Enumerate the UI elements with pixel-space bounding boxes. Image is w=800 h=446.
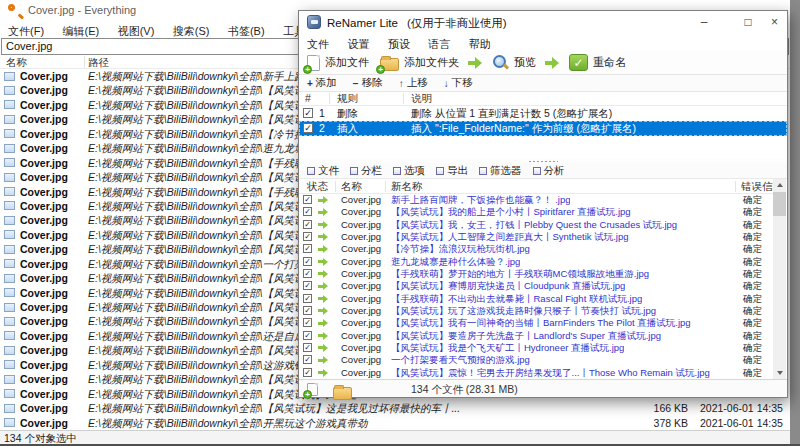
file-name: Cover.jpg xyxy=(20,229,68,241)
image-file-icon xyxy=(4,230,15,239)
file-preview-row[interactable]: ✓ Cover.jpg 【风笑试玩】赛博朋克快递员丨Cloudpunk 直播试玩… xyxy=(299,280,773,292)
file-old-name: Cover.jpg xyxy=(341,219,381,230)
file-preview-row[interactable]: ✓ Cover.jpg 【冷节操】流浪汉玩枪玩街机.jpg 确定 xyxy=(299,243,773,255)
file-date-modified: 2021-06-01 14:35 xyxy=(700,417,783,429)
file-checkbox[interactable]: ✓ xyxy=(303,306,312,315)
rules-col-num[interactable]: # xyxy=(305,92,311,104)
green-plus-icon xyxy=(376,65,385,74)
everything-app-icon xyxy=(8,4,15,11)
files-toolbar-button[interactable]: 导出 xyxy=(436,164,468,178)
renamer-window: ReNamer Lite(仅用于非商业使用) – □ × 文件 设置 预设 语言… xyxy=(298,10,788,398)
file-preview-row[interactable]: ✓ Cover.jpg 【风笑试玩】我的船上是个小村丨Spiritfarer 直… xyxy=(299,206,773,218)
rule-add-button[interactable]: +添加 xyxy=(307,76,337,90)
file-row[interactable]: Cover.jpg E:\视频网站下载\BiliBili\downkyi\全部\… xyxy=(0,416,790,430)
renamer-title-main: ReNamer Lite xyxy=(327,17,398,29)
files-toolbar-button[interactable]: 文件 xyxy=(307,164,339,178)
scroll-down-icon[interactable] xyxy=(773,367,786,379)
file-old-name: Cover.jpg xyxy=(341,268,381,279)
column-separator xyxy=(385,181,386,192)
file-name: Cover.jpg xyxy=(20,272,68,284)
rule-move-up-button[interactable]: ↑上移 xyxy=(399,76,428,90)
file-preview-row[interactable]: ✓ Cover.jpg 【手残联萌】不出动出去就暴毙丨Rascal Fight … xyxy=(299,293,773,305)
scroll-up-icon[interactable] xyxy=(773,179,786,191)
rule-remove-button[interactable]: −移除 xyxy=(353,76,383,90)
rules-col-desc[interactable]: 说明 xyxy=(411,92,432,106)
image-file-icon xyxy=(4,274,15,283)
files-col-new-name[interactable]: 新名称 xyxy=(391,180,423,194)
file-preview-row[interactable]: ✓ Cover.jpg 【风笑试玩】震惊！宅男去开房结果发现了...丨Those… xyxy=(299,367,773,379)
file-checkbox[interactable]: ✓ xyxy=(303,294,312,303)
file-checkbox[interactable]: ✓ xyxy=(303,257,312,266)
file-status: 确定 xyxy=(743,256,762,269)
file-name: Cover.jpg xyxy=(20,373,68,385)
file-old-name: Cover.jpg xyxy=(341,293,381,304)
rule-checkbox[interactable]: ✓ xyxy=(303,123,313,133)
magnifier-icon xyxy=(492,54,509,71)
renamer-titlebar[interactable]: ReNamer Lite(仅用于非商业使用) – □ × xyxy=(299,11,787,34)
minimize-button[interactable]: – xyxy=(687,11,721,34)
file-preview-row[interactable]: ✓ Cover.jpg 【风笑试玩】我有一间神奇的当铺丨BarnFinders … xyxy=(299,317,773,329)
files-toolbar-button[interactable]: 选项 xyxy=(393,164,425,178)
files-scrollbar[interactable] xyxy=(773,179,786,379)
file-name: Cover.jpg xyxy=(20,84,68,96)
file-checkbox[interactable]: ✓ xyxy=(303,368,312,377)
column-separator xyxy=(403,93,404,104)
file-preview-row[interactable]: ✓ Cover.jpg 【风笑试玩】玩了这游戏我走路时像只猴子丨节奏快打 试玩.… xyxy=(299,305,773,317)
file-checkbox[interactable]: ✓ xyxy=(303,220,312,229)
rule-checkbox[interactable]: ✓ xyxy=(303,108,313,118)
file-row[interactable]: Cover.jpg E:\视频网站下载\BiliBili\downkyi\全部\… xyxy=(0,401,790,415)
files-toolbar-icon xyxy=(350,167,358,175)
file-checkbox[interactable]: ✓ xyxy=(303,244,312,253)
file-preview-row[interactable]: ✓ Cover.jpg 【手残联萌】梦开始的地方丨手残联萌MC领域服故地重游.j… xyxy=(299,268,773,280)
file-checkbox[interactable]: ✓ xyxy=(303,232,312,241)
add-files-button[interactable]: 添加文件 xyxy=(305,54,371,72)
add-folders-button[interactable]: 添加文件夹 xyxy=(378,54,461,72)
green-arrow-icon xyxy=(318,307,330,315)
rules-col-rule[interactable]: 规则 xyxy=(337,92,358,106)
files-toolbar-button[interactable]: 分析 xyxy=(533,164,565,178)
file-checkbox[interactable]: ✓ xyxy=(303,318,312,327)
file-preview-row[interactable]: ✓ Cover.jpg 【风笑试玩】我是个飞天矿工丨Hydroneer 直播试玩… xyxy=(299,342,773,354)
file-checkbox[interactable]: ✓ xyxy=(303,281,312,290)
file-preview-row[interactable]: ✓ Cover.jpg 【风笑试玩】人工智障之间差距真大丨Synthetik 试… xyxy=(299,231,773,243)
files-col-name[interactable]: 名称 xyxy=(341,180,362,194)
file-new-name: 【风笑试玩】我是个飞天矿工丨Hydroneer 直播试玩.jpg xyxy=(391,342,624,355)
scrollbar-thumb[interactable] xyxy=(773,192,786,216)
file-new-name: 逛九龙城寨是种什么体验？.jpg xyxy=(391,256,520,269)
file-preview-row[interactable]: ✓ Cover.jpg 新手上路百闻牌，下饭操作也能赢？！ .jpg 确定 xyxy=(299,194,773,206)
rule-row[interactable]: ✓ 1 删除 删除 从位置 1 直到满足计数 5 (忽略扩展名) xyxy=(299,106,787,121)
preview-button[interactable]: 预览 xyxy=(490,53,538,72)
file-status: 确定 xyxy=(743,367,762,379)
files-toolbar-button[interactable]: 筛选器 xyxy=(479,164,522,178)
rename-button[interactable]: 重命名 xyxy=(567,53,628,72)
everything-statusbar: 134 个对象选中 xyxy=(0,430,790,444)
file-preview-row[interactable]: ✓ Cover.jpg 【风笑试玩】要造房子先洗盘子丨Landlord's Su… xyxy=(299,330,773,342)
file-checkbox[interactable]: ✓ xyxy=(303,195,312,204)
files-col-state[interactable]: 状态 xyxy=(307,180,328,194)
file-checkbox[interactable]: ✓ xyxy=(303,269,312,278)
rule-row[interactable]: ✓ 2 插入 插入 ":File_FolderName:" 作为前缀 (忽略扩展… xyxy=(299,121,787,136)
file-preview-row[interactable]: ✓ Cover.jpg 一个打架要看天气预报的游戏.jpg 确定 xyxy=(299,354,773,366)
file-checkbox[interactable]: ✓ xyxy=(303,355,312,364)
column-separator[interactable] xyxy=(84,56,85,68)
green-arrow-icon xyxy=(318,233,330,241)
image-file-icon xyxy=(4,158,15,167)
column-header-path[interactable]: 路径 xyxy=(88,56,109,70)
column-header-name[interactable]: 名称 xyxy=(6,56,27,70)
file-preview-row[interactable]: ✓ Cover.jpg 【风笑试玩】我，女王，打钱丨Plebby Quest t… xyxy=(299,219,773,231)
folder-icon[interactable] xyxy=(333,387,352,400)
close-button[interactable]: × xyxy=(761,11,788,34)
files-toolbar-button[interactable]: 分栏 xyxy=(350,164,382,178)
rule-move-down-button[interactable]: ↓下移 xyxy=(444,76,473,90)
file-preview-row[interactable]: ✓ Cover.jpg 逛九龙城寨是种什么体验？.jpg 确定 xyxy=(299,256,773,268)
files-list: ✓ Cover.jpg 新手上路百闻牌，下饭操作也能赢？！ .jpg 确定 ✓ … xyxy=(299,194,773,379)
maximize-button[interactable]: □ xyxy=(731,11,765,34)
green-arrow-icon xyxy=(318,332,330,340)
file-checkbox[interactable]: ✓ xyxy=(303,207,312,216)
file-status: 确定 xyxy=(743,231,762,244)
image-file-icon xyxy=(4,389,15,398)
file-checkbox[interactable]: ✓ xyxy=(303,331,312,340)
file-checkbox[interactable]: ✓ xyxy=(303,343,312,352)
add-file-icon[interactable] xyxy=(307,383,318,396)
rule-move-down-label: 下移 xyxy=(452,76,473,90)
